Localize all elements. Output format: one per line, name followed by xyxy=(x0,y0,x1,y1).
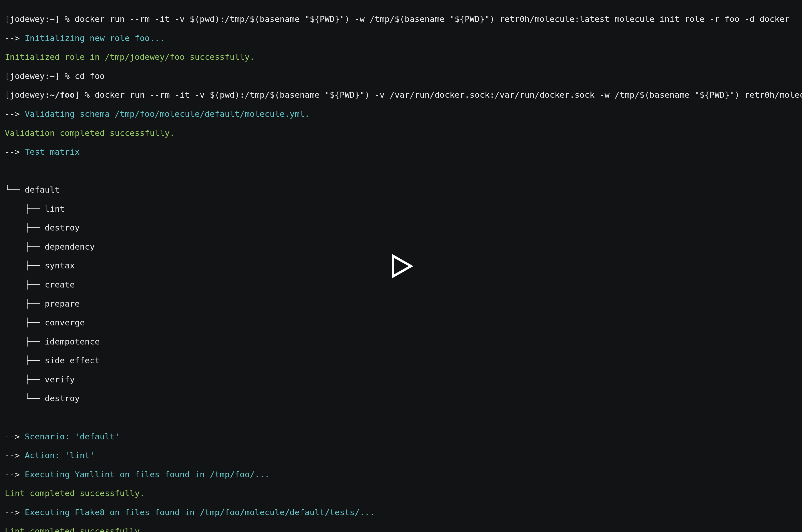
success-line: Validation completed successfully. xyxy=(5,128,802,137)
prompt-line-1: [jodewey:~] % docker run --rm -it -v $(p… xyxy=(5,14,802,24)
status-text: Executing Yamllint on files found in /tm… xyxy=(25,470,269,479)
arrow: --> xyxy=(5,451,25,460)
arrow: --> xyxy=(5,109,25,118)
matrix-label: Test matrix xyxy=(25,147,80,156)
tree-root: └── default xyxy=(5,185,802,194)
prompt-suffix: ] % xyxy=(55,71,75,81)
success-line: Lint completed successfully. xyxy=(5,489,802,498)
blank-line xyxy=(5,166,802,175)
output-line: --> Scenario: 'default' xyxy=(5,432,802,441)
output-line: --> Test matrix xyxy=(5,147,802,156)
action-label: Action: 'lint' xyxy=(25,451,95,460)
status-text: Validating schema /tmp/foo/molecule/defa… xyxy=(25,109,310,118)
arrow: --> xyxy=(5,147,25,156)
output-line: --> Executing Flake8 on files found in /… xyxy=(5,507,802,517)
prompt-cwd: ~ xyxy=(50,14,55,24)
tree-item: ├── dependency xyxy=(5,242,802,251)
arrow: --> xyxy=(5,470,25,479)
arrow: --> xyxy=(5,432,25,441)
status-text: Executing Flake8 on files found in /tmp/… xyxy=(25,507,375,517)
success-line: Initialized role in /tmp/jodewey/foo suc… xyxy=(5,52,802,61)
arrow: --> xyxy=(5,507,25,517)
tree-item: ├── converge xyxy=(5,318,802,327)
tree-item: ├── side_effect xyxy=(5,356,802,365)
tree-item: ├── verify xyxy=(5,375,802,384)
command-text: cd foo xyxy=(75,71,105,81)
prompt-prefix: [jodewey: xyxy=(5,90,50,99)
prompt-prefix: [jodewey: xyxy=(5,71,50,81)
output-line: --> Initializing new role foo... xyxy=(5,33,802,42)
scenario-label: Scenario: 'default' xyxy=(25,432,119,441)
prompt-suffix: ] % xyxy=(55,14,75,24)
tree-item: ├── destroy xyxy=(5,223,802,232)
output-line: --> Action: 'lint' xyxy=(5,451,802,460)
play-button[interactable] xyxy=(386,251,416,281)
arrow: --> xyxy=(5,33,25,42)
output-line: --> Executing Yamllint on files found in… xyxy=(5,470,802,479)
tree-item: ├── prepare xyxy=(5,299,802,308)
tree-item: ├── idempotence xyxy=(5,337,802,346)
prompt-line-3: [jodewey:~/foo] % docker run --rm -it -v… xyxy=(5,90,802,99)
prompt-line-2: [jodewey:~] % cd foo xyxy=(5,71,802,81)
tree-item: └── destroy xyxy=(5,394,802,403)
command-text: docker run --rm -it -v $(pwd):/tmp/$(bas… xyxy=(95,90,802,99)
tree-item: ├── lint xyxy=(5,204,802,213)
prompt-cwd: ~/foo xyxy=(50,90,75,99)
blank-line xyxy=(5,413,802,422)
command-text: docker run --rm -it -v $(pwd):/tmp/$(bas… xyxy=(75,14,789,24)
prompt-suffix: ] % xyxy=(75,90,95,99)
prompt-cwd: ~ xyxy=(50,71,55,81)
play-icon xyxy=(386,251,416,281)
success-line: Lint completed successfully. xyxy=(5,527,802,532)
status-text: Initializing new role foo... xyxy=(25,33,165,42)
output-line: --> Validating schema /tmp/foo/molecule/… xyxy=(5,109,802,118)
prompt-prefix: [jodewey: xyxy=(5,14,50,24)
